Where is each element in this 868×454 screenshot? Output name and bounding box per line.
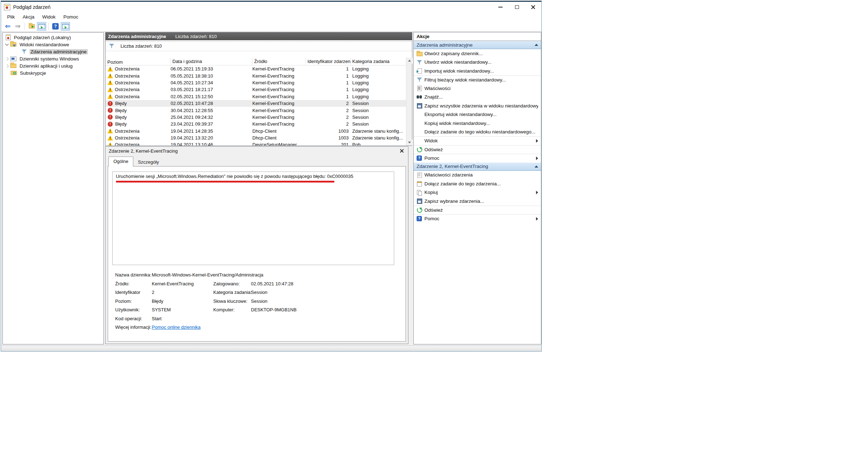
- detail-title-bar: Zdarzenie 2, Kernel-EventTracing: [106, 147, 408, 155]
- chevron-collapsed-icon[interactable]: [5, 64, 9, 68]
- close-button[interactable]: [525, 2, 541, 12]
- tree-item-app-logs[interactable]: Dzienniki aplikacji i usług: [3, 62, 103, 69]
- action-attach-task-to-view[interactable]: Dołącz zadanie do tego widoku niestandar…: [414, 128, 541, 137]
- event-row[interactable]: Błędy 30.04.2021 12:28:55 Kernel-EventTr…: [106, 107, 406, 114]
- action-save-selected-events[interactable]: Zapisz wybrane zdarzenia...: [414, 197, 541, 206]
- action-export-custom-view[interactable]: Eksportuj widok niestandardowy...: [414, 110, 541, 119]
- event-row[interactable]: Ostrzeżenia 05.05.2021 18:38:10 Kernel-E…: [106, 72, 406, 79]
- event-row-selected[interactable]: Błędy 02.05.2021 10:47:28 Kernel-EventTr…: [106, 100, 406, 107]
- action-copy-custom-view[interactable]: Kopiuj widok niestandardowy...: [414, 119, 541, 128]
- titlebar[interactable]: Podgląd zdarzeń: [1, 2, 541, 12]
- column-poziom[interactable]: Poziom: [106, 58, 171, 65]
- column-kategoria[interactable]: Kategoria zadania: [351, 58, 404, 65]
- help-icon: [52, 23, 59, 30]
- action-attach-task-to-event[interactable]: Dołącz zadanie do tego zdarzenia...: [414, 179, 541, 188]
- menu-plik[interactable]: Plik: [3, 13, 19, 21]
- column-id[interactable]: Identyfikator zdarzenia: [306, 58, 351, 65]
- collapse-icon[interactable]: [535, 165, 538, 168]
- field-label: Użytkownik:: [115, 307, 140, 312]
- list-title-bar: Zdarzenia administracyjne Liczba zdarzeń…: [106, 32, 412, 40]
- warning-icon: [107, 80, 113, 85]
- banner-count: Liczba zdarzeń: 810: [120, 43, 162, 49]
- tree-item-root[interactable]: Podgląd zdarzeń (Lokalny): [3, 34, 103, 41]
- binoculars-icon: [417, 94, 422, 100]
- back-button[interactable]: ⇐: [3, 22, 12, 31]
- tree-item-subscriptions[interactable]: Subskrypcje: [3, 69, 103, 76]
- list-scrollbar[interactable]: [406, 58, 412, 146]
- action-pane-icon: [62, 24, 69, 29]
- action-help[interactable]: Pomoc: [414, 154, 541, 163]
- field-label: Nazwa dziennika:: [115, 272, 151, 278]
- minimize-button[interactable]: [492, 2, 509, 12]
- console-tree-toggle[interactable]: [37, 22, 46, 31]
- action-find[interactable]: Znajdź...: [414, 93, 541, 102]
- action-filter-current-view[interactable]: Filtruj bieżący widok niestandardowy...: [414, 75, 541, 84]
- window-bottom-strip: [1, 345, 541, 351]
- action-pane-toggle[interactable]: [61, 22, 70, 31]
- action-help-event[interactable]: Pomoc: [414, 214, 541, 223]
- forward-button[interactable]: ⇒: [13, 22, 22, 31]
- event-row[interactable]: Ostrzeżenia 19.04.2021 14:28:35 Dhcp-Cli…: [106, 128, 406, 134]
- filter-icon: [417, 59, 422, 65]
- action-open-saved-log[interactable]: Otwórz zapisany dziennik...: [414, 49, 541, 58]
- action-save-all-events[interactable]: Zapisz wszystkie zdarzenia w widoku nies…: [414, 101, 541, 110]
- event-row[interactable]: Ostrzeżenia 19.04.2021 13:10:46 DeviceSe…: [106, 141, 406, 146]
- action-create-custom-view[interactable]: Utwórz widok niestandardowy...: [414, 58, 541, 67]
- detail-body: Uruchomienie sesji „Microsoft.Windows.Re…: [108, 166, 406, 342]
- tree-item-custom-views[interactable]: Widoki niestandardowe: [3, 41, 103, 48]
- actions-section-header-admin[interactable]: Zdarzenia administracyjne: [414, 41, 541, 49]
- action-copy[interactable]: Kopiuj: [414, 188, 541, 197]
- log-online-help-link[interactable]: Pomoc online dziennika: [152, 324, 200, 330]
- field-value: Session: [251, 290, 267, 295]
- menu-akcja[interactable]: Akcja: [19, 13, 38, 21]
- scroll-down-button[interactable]: [406, 139, 412, 146]
- list-title-count: Liczba zdarzeń: 810: [175, 34, 216, 39]
- event-row[interactable]: Błędy 25.04.2021 09:24:32 Kernel-EventTr…: [106, 114, 406, 121]
- action-properties[interactable]: Właściwości: [414, 84, 541, 93]
- collapse-icon[interactable]: [535, 44, 538, 46]
- warning-icon: [107, 94, 113, 99]
- task-icon: [417, 181, 422, 186]
- column-zrodlo[interactable]: Źródło: [252, 58, 306, 65]
- help-button[interactable]: [51, 22, 60, 31]
- tree-item-admin-events[interactable]: Zdarzenia administracyjne: [3, 48, 103, 55]
- app-icon: [4, 4, 10, 10]
- action-event-properties[interactable]: Właściwości zdarzenia: [414, 171, 541, 180]
- field-value: Microsoft-Windows-Kernel-EventTracing/Ad…: [152, 272, 263, 278]
- export-button[interactable]: [27, 22, 36, 31]
- console-tree-icon: [38, 24, 45, 29]
- event-row[interactable]: Ostrzeżenia 19.04.2021 13:32:20 Dhcp-Cli…: [106, 134, 406, 141]
- action-refresh-event[interactable]: Odśwież: [414, 206, 541, 215]
- actions-section-header-event[interactable]: Zdarzenie 2, Kernel-EventTracing: [414, 163, 541, 171]
- field-value: Kernel-EventTracing: [152, 281, 194, 286]
- menu-widok[interactable]: Widok: [38, 13, 60, 21]
- save-icon: [417, 198, 422, 204]
- action-refresh[interactable]: Odśwież: [414, 145, 541, 154]
- tab-ogolne[interactable]: Ogólne: [108, 157, 133, 167]
- tab-szczegoly[interactable]: Szczegóły: [133, 158, 164, 166]
- chevron-collapsed-icon[interactable]: [5, 57, 9, 60]
- chevron-expanded-icon[interactable]: [5, 42, 9, 46]
- event-fields: Nazwa dziennika: Microsoft-Windows-Kerne…: [108, 272, 406, 333]
- event-row[interactable]: Ostrzeżenia 03.05.2021 18:21:17 Kernel-E…: [106, 86, 406, 93]
- event-row[interactable]: Błędy 23.04.2021 09:39:37 Kernel-EventTr…: [106, 121, 406, 127]
- event-message-box[interactable]: Uruchomienie sesji „Microsoft.Windows.Re…: [112, 171, 394, 265]
- event-viewer-window: Podgląd zdarzeń Plik Akcja Widok Pomoc ⇐…: [1, 1, 542, 352]
- field-label: Kategoria zadania:: [213, 290, 252, 295]
- column-header-row: Poziom Data i godzina Źródło Identyfikat…: [106, 58, 406, 65]
- action-import-custom-view[interactable]: Importuj widok niestandardowy...: [414, 67, 541, 75]
- field-value: SYSTEM: [152, 307, 171, 312]
- scroll-up-button[interactable]: [406, 58, 412, 64]
- tree-item-windows-logs[interactable]: Dzienniki systemu Windows: [3, 55, 103, 62]
- event-row[interactable]: Ostrzeżenia 04.05.2021 10:27:34 Kernel-E…: [106, 79, 406, 86]
- detail-close-icon[interactable]: [399, 148, 405, 154]
- console-tree: Podgląd zdarzeń (Lokalny) Widoki niestan…: [2, 32, 104, 344]
- error-icon: [108, 101, 113, 106]
- column-data[interactable]: Data i godzina: [171, 58, 252, 65]
- field-label: Źródło:: [115, 281, 129, 286]
- event-row[interactable]: Ostrzeżenia 06.05.2021 15:19:33 Kernel-E…: [106, 65, 406, 72]
- event-row[interactable]: Ostrzeżenia 02.05.2021 15:12:50 Kernel-E…: [106, 93, 406, 100]
- maximize-button[interactable]: [509, 2, 525, 12]
- menu-pomoc[interactable]: Pomoc: [59, 13, 82, 21]
- action-widok[interactable]: Widok: [414, 136, 541, 145]
